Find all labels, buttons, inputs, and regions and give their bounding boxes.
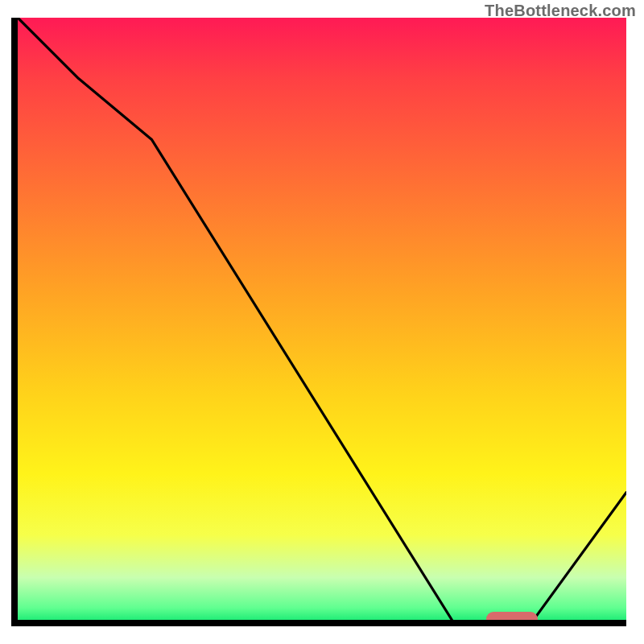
watermark-label: TheBottleneck.com xyxy=(485,2,636,20)
y-axis xyxy=(11,18,18,626)
x-axis xyxy=(18,620,626,626)
chart-container: TheBottleneck.com xyxy=(0,0,644,644)
bottleneck-curve xyxy=(18,18,626,626)
chart-curve-svg xyxy=(18,18,626,626)
